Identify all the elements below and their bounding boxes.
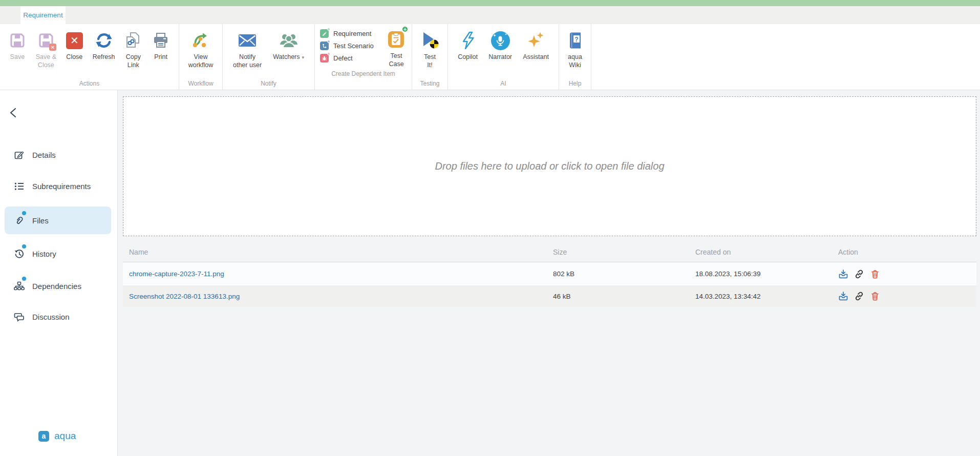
file-dropzone[interactable]: Drop files here to upload or click to op… xyxy=(123,96,976,236)
sparkle-icon: ✦ xyxy=(505,32,507,36)
refresh-button[interactable]: Refresh xyxy=(92,28,116,62)
save-and-close-icon: ✕ xyxy=(37,29,55,52)
sidebar-item-label: History xyxy=(32,250,56,258)
ribbon-group-label-ai: AI xyxy=(448,78,559,90)
ribbon-group-label-notify: Notify xyxy=(223,78,314,90)
ribbon-group-ai: Copilot ✦✦ Narrator Assistant AI xyxy=(448,24,559,90)
sidebar-item-label: Details xyxy=(32,151,56,159)
column-header-action: Action xyxy=(838,248,976,256)
column-header-created-on: Created on xyxy=(695,248,838,256)
save-and-close-label: Save & Close xyxy=(36,53,56,69)
list-icon xyxy=(14,181,25,192)
app-window: Requirement Save ✕ Save & Close xyxy=(0,0,980,456)
copy-link-button[interactable]: Copy Link xyxy=(123,28,143,70)
notification-dot xyxy=(22,277,26,281)
sidebar-item-details[interactable]: Details xyxy=(0,141,118,169)
assistant-button[interactable]: Assistant xyxy=(522,28,550,62)
table-row: Screenshot 2022-08-01 133613.png 46 kB 1… xyxy=(123,285,976,307)
notification-dot xyxy=(22,244,26,248)
ribbon-group-actions: Save ✕ Save & Close ✕ Close xyxy=(0,24,179,90)
sidebar-item-label: Discussion xyxy=(32,313,70,321)
sparkles-icon xyxy=(527,29,545,52)
narrator-button[interactable]: ✦✦ Narrator xyxy=(487,28,513,62)
watchers-button[interactable]: Watchers▾ xyxy=(272,28,305,62)
ribbon-toolbar: Save ✕ Save & Close ✕ Close xyxy=(0,24,980,90)
file-link[interactable]: chrome-capture-2023-7-11.png xyxy=(129,270,553,278)
chevron-left-icon xyxy=(11,109,15,117)
paperclip-icon xyxy=(14,215,25,226)
ribbon-group-label-actions: Actions xyxy=(0,78,179,90)
create-requirement-button[interactable]: Requirement xyxy=(320,29,386,38)
history-icon xyxy=(14,248,25,259)
close-button[interactable]: ✕ Close xyxy=(65,28,84,62)
copilot-button[interactable]: Copilot xyxy=(457,28,479,62)
watchers-icon xyxy=(278,29,300,52)
test-scenario-badge-dot xyxy=(327,40,330,43)
sidebar-item-files[interactable]: Files xyxy=(0,206,118,234)
copy-link-icon[interactable] xyxy=(854,269,864,279)
view-workflow-label: View workflow xyxy=(188,53,214,69)
create-test-case-button[interactable]: + Test Case xyxy=(386,27,407,69)
org-chart-icon xyxy=(14,281,25,292)
sidebar-item-label: Subrequirements xyxy=(32,182,91,191)
notify-other-user-button[interactable]: Notify other user xyxy=(232,28,263,70)
microphone-icon: ✦✦ xyxy=(491,29,510,52)
test-it-button[interactable]: Test It! xyxy=(418,28,442,70)
save-icon xyxy=(9,29,26,52)
sidebar: Details Subrequirements Files History xyxy=(0,90,118,456)
edit-icon xyxy=(14,150,25,160)
delete-icon[interactable] xyxy=(870,269,880,279)
wiki-book-icon: ? xyxy=(567,29,583,52)
files-table-header: Name Size Created on Action xyxy=(123,236,976,262)
sidebar-item-discussion[interactable]: Discussion xyxy=(0,303,118,330)
ribbon-group-label-testing: Testing xyxy=(412,78,448,90)
create-defect-button[interactable]: Defect xyxy=(320,54,386,63)
view-workflow-button[interactable]: View workflow xyxy=(187,28,215,70)
sidebar-item-history[interactable]: History xyxy=(0,240,118,267)
create-test-scenario-button[interactable]: Test Scenario xyxy=(320,42,386,50)
file-link[interactable]: Screenshot 2022-08-01 133613.png xyxy=(129,293,553,300)
ribbon-group-help: ? aqua Wiki Help xyxy=(559,24,591,90)
sidebar-item-subrequirements[interactable]: Subrequirements xyxy=(0,172,118,200)
close-badge-icon: ✕ xyxy=(49,44,56,51)
ribbon-group-label-create-dependent-item: Create Dependent Item xyxy=(315,69,412,80)
narrator-label: Narrator xyxy=(488,53,512,61)
aqua-wiki-button[interactable]: ? aqua Wiki xyxy=(566,28,584,70)
print-icon xyxy=(152,29,170,52)
copy-link-icon xyxy=(124,29,142,52)
ribbon-group-create-dependent-item: Requirement Test Scenario xyxy=(315,24,412,90)
copilot-label: Copilot xyxy=(458,53,478,61)
collapse-sidebar-button[interactable] xyxy=(8,107,22,120)
save-button[interactable]: Save xyxy=(8,28,27,62)
download-icon[interactable] xyxy=(838,291,848,301)
notify-other-user-label: Notify other user xyxy=(233,53,262,69)
copy-link-icon[interactable] xyxy=(854,291,864,301)
assistant-label: Assistant xyxy=(523,53,549,61)
save-and-close-button[interactable]: ✕ Save & Close xyxy=(35,28,57,70)
column-header-name: Name xyxy=(129,248,553,256)
aqua-wiki-label: aqua Wiki xyxy=(568,53,582,69)
file-created-on: 18.08.2023, 15:06:39 xyxy=(695,270,838,278)
close-icon: ✕ xyxy=(66,29,83,52)
print-button[interactable]: Print xyxy=(151,28,171,62)
create-requirement-label: Requirement xyxy=(333,30,371,37)
download-icon[interactable] xyxy=(838,269,848,279)
plus-badge-icon: + xyxy=(401,26,409,33)
ribbon-group-workflow: View workflow Workflow xyxy=(179,24,223,90)
create-defect-label: Defect xyxy=(333,54,353,62)
files-table: Name Size Created on Action chrome-captu… xyxy=(123,236,976,307)
watchers-label: Watchers▾ xyxy=(273,53,304,61)
test-case-icon: + xyxy=(387,28,406,51)
sidebar-item-dependencies[interactable]: Dependencies xyxy=(0,272,118,300)
ribbon-group-label-help: Help xyxy=(559,78,591,90)
requirement-icon xyxy=(320,29,329,38)
delete-icon[interactable] xyxy=(870,291,880,301)
close-label: Close xyxy=(66,53,82,61)
create-dependent-stack: Requirement Test Scenario xyxy=(320,29,386,69)
svg-text:?: ? xyxy=(574,36,578,43)
aqua-logo-icon: a xyxy=(38,431,49,442)
ribbon-spacer xyxy=(591,24,980,90)
column-header-size: Size xyxy=(553,248,695,256)
tab-requirement[interactable]: Requirement xyxy=(20,6,66,24)
ribbon-group-notify: Notify other user Watchers▾ Notify xyxy=(223,24,315,90)
